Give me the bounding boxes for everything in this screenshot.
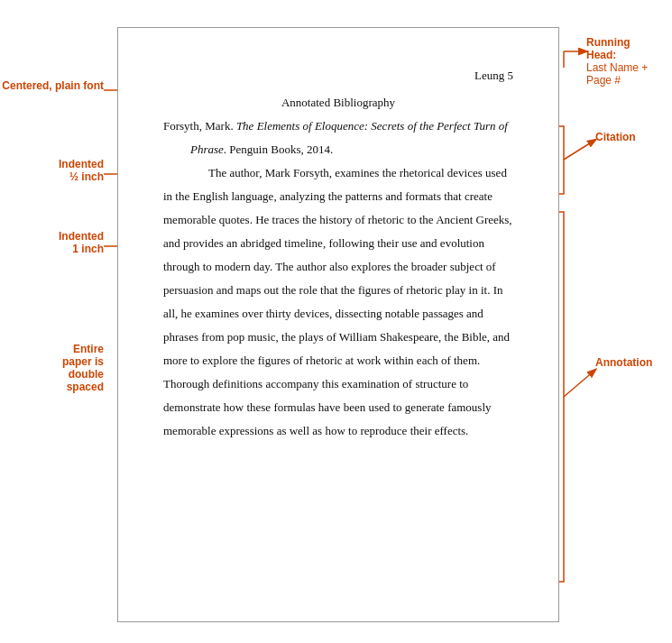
page-title: Annotated Bibliography — [163, 91, 513, 115]
indented-one-label: Indented1 inch — [0, 230, 104, 255]
svg-line-6 — [564, 370, 595, 397]
header-name: Leung 5 — [474, 64, 513, 87]
indented-half-label: Indented½ inch — [0, 158, 104, 183]
running-head-label: RunningHead:Last Name +Page # — [586, 36, 672, 87]
annotation-label: Annotation — [595, 356, 672, 369]
page-header: Leung 5 — [163, 64, 513, 87]
document-page: Leung 5 Annotated Bibliography Forsyth, … — [117, 27, 559, 622]
citation-label: Citation — [595, 131, 672, 143]
annotation-text: The author, Mark Forsyth, examines the r… — [163, 166, 512, 437]
svg-line-5 — [564, 140, 595, 160]
citation-publisher: . Penguin Books, 2014. — [224, 142, 333, 156]
citation-block: Forsyth, Mark. The Elements of Eloquence… — [163, 115, 513, 161]
citation-author: Forsyth, Mark. — [163, 119, 236, 133]
centered-plain-label: Centered, plain font — [0, 79, 104, 92]
annotation-block: The author, Mark Forsyth, examines the r… — [163, 161, 513, 443]
double-spaced-label: Entirepaper isdoublespaced — [0, 343, 104, 393]
